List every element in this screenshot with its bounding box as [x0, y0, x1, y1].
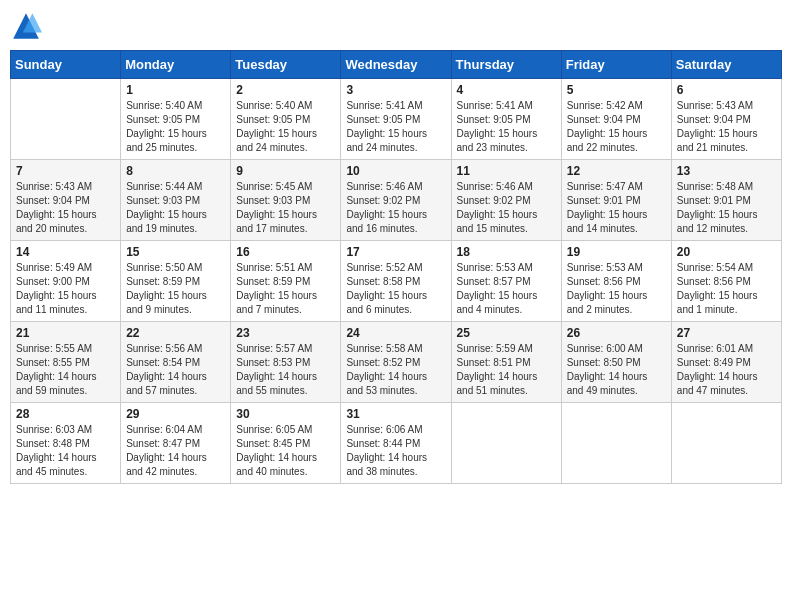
calendar-cell: 26 Sunrise: 6:00 AM Sunset: 8:50 PM Dayl… [561, 322, 671, 403]
day-number: 23 [236, 326, 335, 340]
sunrise-text: Sunrise: 5:41 AM [457, 100, 533, 111]
calendar-cell: 8 Sunrise: 5:44 AM Sunset: 9:03 PM Dayli… [121, 160, 231, 241]
day-info: Sunrise: 5:49 AM Sunset: 9:00 PM Dayligh… [16, 261, 115, 317]
daylight-text: Daylight: 15 hours and 22 minutes. [567, 128, 648, 153]
calendar-cell [11, 79, 121, 160]
calendar-cell: 12 Sunrise: 5:47 AM Sunset: 9:01 PM Dayl… [561, 160, 671, 241]
daylight-text: Daylight: 14 hours and 45 minutes. [16, 452, 97, 477]
daylight-text: Daylight: 15 hours and 25 minutes. [126, 128, 207, 153]
sunset-text: Sunset: 9:01 PM [567, 195, 641, 206]
day-number: 1 [126, 83, 225, 97]
calendar-week-row: 1 Sunrise: 5:40 AM Sunset: 9:05 PM Dayli… [11, 79, 782, 160]
sunset-text: Sunset: 8:56 PM [567, 276, 641, 287]
sunset-text: Sunset: 9:05 PM [346, 114, 420, 125]
daylight-text: Daylight: 15 hours and 16 minutes. [346, 209, 427, 234]
day-number: 9 [236, 164, 335, 178]
calendar-cell: 14 Sunrise: 5:49 AM Sunset: 9:00 PM Dayl… [11, 241, 121, 322]
sunset-text: Sunset: 8:51 PM [457, 357, 531, 368]
sunset-text: Sunset: 9:03 PM [236, 195, 310, 206]
day-number: 13 [677, 164, 776, 178]
calendar-cell: 4 Sunrise: 5:41 AM Sunset: 9:05 PM Dayli… [451, 79, 561, 160]
calendar-cell: 18 Sunrise: 5:53 AM Sunset: 8:57 PM Dayl… [451, 241, 561, 322]
sunset-text: Sunset: 9:04 PM [567, 114, 641, 125]
sunrise-text: Sunrise: 5:57 AM [236, 343, 312, 354]
calendar-cell [671, 403, 781, 484]
day-info: Sunrise: 5:48 AM Sunset: 9:01 PM Dayligh… [677, 180, 776, 236]
sunset-text: Sunset: 8:53 PM [236, 357, 310, 368]
day-info: Sunrise: 5:55 AM Sunset: 8:55 PM Dayligh… [16, 342, 115, 398]
daylight-text: Daylight: 15 hours and 15 minutes. [457, 209, 538, 234]
daylight-text: Daylight: 15 hours and 17 minutes. [236, 209, 317, 234]
calendar-table: SundayMondayTuesdayWednesdayThursdayFrid… [10, 50, 782, 484]
daylight-text: Daylight: 15 hours and 12 minutes. [677, 209, 758, 234]
sunrise-text: Sunrise: 5:54 AM [677, 262, 753, 273]
weekday-header-row: SundayMondayTuesdayWednesdayThursdayFrid… [11, 51, 782, 79]
day-info: Sunrise: 5:54 AM Sunset: 8:56 PM Dayligh… [677, 261, 776, 317]
daylight-text: Daylight: 15 hours and 24 minutes. [236, 128, 317, 153]
daylight-text: Daylight: 14 hours and 40 minutes. [236, 452, 317, 477]
calendar-cell: 28 Sunrise: 6:03 AM Sunset: 8:48 PM Dayl… [11, 403, 121, 484]
day-info: Sunrise: 6:01 AM Sunset: 8:49 PM Dayligh… [677, 342, 776, 398]
sunset-text: Sunset: 8:58 PM [346, 276, 420, 287]
daylight-text: Daylight: 14 hours and 47 minutes. [677, 371, 758, 396]
sunrise-text: Sunrise: 5:53 AM [567, 262, 643, 273]
day-info: Sunrise: 5:40 AM Sunset: 9:05 PM Dayligh… [236, 99, 335, 155]
day-info: Sunrise: 5:41 AM Sunset: 9:05 PM Dayligh… [346, 99, 445, 155]
sunrise-text: Sunrise: 5:46 AM [346, 181, 422, 192]
sunset-text: Sunset: 8:44 PM [346, 438, 420, 449]
sunrise-text: Sunrise: 5:40 AM [236, 100, 312, 111]
day-number: 19 [567, 245, 666, 259]
calendar-cell: 9 Sunrise: 5:45 AM Sunset: 9:03 PM Dayli… [231, 160, 341, 241]
day-number: 21 [16, 326, 115, 340]
day-number: 16 [236, 245, 335, 259]
weekday-header: Wednesday [341, 51, 451, 79]
sunrise-text: Sunrise: 5:40 AM [126, 100, 202, 111]
calendar-cell: 27 Sunrise: 6:01 AM Sunset: 8:49 PM Dayl… [671, 322, 781, 403]
daylight-text: Daylight: 14 hours and 42 minutes. [126, 452, 207, 477]
sunset-text: Sunset: 9:04 PM [677, 114, 751, 125]
calendar-cell: 21 Sunrise: 5:55 AM Sunset: 8:55 PM Dayl… [11, 322, 121, 403]
day-number: 28 [16, 407, 115, 421]
sunrise-text: Sunrise: 5:59 AM [457, 343, 533, 354]
day-number: 30 [236, 407, 335, 421]
weekday-header: Monday [121, 51, 231, 79]
sunrise-text: Sunrise: 6:03 AM [16, 424, 92, 435]
day-number: 22 [126, 326, 225, 340]
sunrise-text: Sunrise: 5:51 AM [236, 262, 312, 273]
day-info: Sunrise: 5:58 AM Sunset: 8:52 PM Dayligh… [346, 342, 445, 398]
sunset-text: Sunset: 8:59 PM [126, 276, 200, 287]
calendar-cell: 13 Sunrise: 5:48 AM Sunset: 9:01 PM Dayl… [671, 160, 781, 241]
daylight-text: Daylight: 15 hours and 14 minutes. [567, 209, 648, 234]
calendar-cell: 31 Sunrise: 6:06 AM Sunset: 8:44 PM Dayl… [341, 403, 451, 484]
weekday-header: Tuesday [231, 51, 341, 79]
daylight-text: Daylight: 14 hours and 55 minutes. [236, 371, 317, 396]
daylight-text: Daylight: 15 hours and 2 minutes. [567, 290, 648, 315]
sunset-text: Sunset: 8:49 PM [677, 357, 751, 368]
calendar-week-row: 14 Sunrise: 5:49 AM Sunset: 9:00 PM Dayl… [11, 241, 782, 322]
logo [10, 10, 46, 42]
day-info: Sunrise: 6:04 AM Sunset: 8:47 PM Dayligh… [126, 423, 225, 479]
sunrise-text: Sunrise: 5:45 AM [236, 181, 312, 192]
sunset-text: Sunset: 9:05 PM [236, 114, 310, 125]
day-number: 8 [126, 164, 225, 178]
day-number: 18 [457, 245, 556, 259]
day-number: 5 [567, 83, 666, 97]
sunrise-text: Sunrise: 5:42 AM [567, 100, 643, 111]
day-info: Sunrise: 5:50 AM Sunset: 8:59 PM Dayligh… [126, 261, 225, 317]
calendar-week-row: 28 Sunrise: 6:03 AM Sunset: 8:48 PM Dayl… [11, 403, 782, 484]
calendar-cell: 16 Sunrise: 5:51 AM Sunset: 8:59 PM Dayl… [231, 241, 341, 322]
day-info: Sunrise: 5:46 AM Sunset: 9:02 PM Dayligh… [457, 180, 556, 236]
sunrise-text: Sunrise: 5:44 AM [126, 181, 202, 192]
sunrise-text: Sunrise: 6:05 AM [236, 424, 312, 435]
daylight-text: Daylight: 15 hours and 4 minutes. [457, 290, 538, 315]
day-info: Sunrise: 6:06 AM Sunset: 8:44 PM Dayligh… [346, 423, 445, 479]
day-info: Sunrise: 5:42 AM Sunset: 9:04 PM Dayligh… [567, 99, 666, 155]
day-number: 24 [346, 326, 445, 340]
sunset-text: Sunset: 9:00 PM [16, 276, 90, 287]
sunset-text: Sunset: 9:01 PM [677, 195, 751, 206]
sunset-text: Sunset: 8:48 PM [16, 438, 90, 449]
daylight-text: Daylight: 15 hours and 20 minutes. [16, 209, 97, 234]
day-number: 10 [346, 164, 445, 178]
sunset-text: Sunset: 8:59 PM [236, 276, 310, 287]
logo-icon [10, 10, 42, 42]
